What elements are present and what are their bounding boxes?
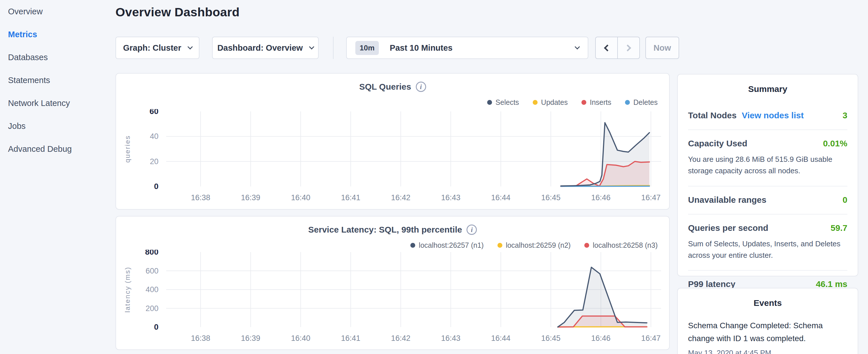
time-step-group xyxy=(595,37,640,59)
sidebar-item-advanced-debug[interactable]: Advanced Debug xyxy=(0,137,115,160)
event-text: Schema Change Completed: Schema change w… xyxy=(688,319,847,345)
legend-dot-icon xyxy=(625,100,630,105)
chart-legend: SelectsUpdatesInsertsDeletes xyxy=(487,98,658,106)
time-range-badge: 10m xyxy=(355,41,379,55)
chart-title: Service Latency: SQL, 99th percentile xyxy=(308,225,462,234)
sidebar-item-statements[interactable]: Statements xyxy=(0,69,115,92)
svg-text:16:40: 16:40 xyxy=(291,193,310,202)
summary-row-label: Queries per second xyxy=(688,223,768,233)
svg-text:0: 0 xyxy=(154,182,158,191)
legend-label: localhost:26258 (n3) xyxy=(593,241,658,250)
summary-row: Capacity Used0.01%You are using 28.6 MiB… xyxy=(688,129,847,186)
svg-text:16:41: 16:41 xyxy=(341,334,361,343)
svg-text:200: 200 xyxy=(146,304,158,313)
time-prev-button[interactable] xyxy=(596,37,617,58)
divider xyxy=(333,37,334,59)
view-nodes-link[interactable]: View nodes list xyxy=(742,110,804,120)
sql-queries-chart-panel: SQL Queriesi SelectsUpdatesInsertsDelete… xyxy=(116,73,670,210)
svg-text:60: 60 xyxy=(150,109,158,116)
sidebar-item-overview[interactable]: Overview xyxy=(0,0,115,23)
svg-text:20: 20 xyxy=(150,157,158,166)
svg-text:16:38: 16:38 xyxy=(191,334,210,343)
time-next-button[interactable] xyxy=(617,37,639,58)
sidebar-item-databases[interactable]: Databases xyxy=(0,46,115,69)
legend-label: Inserts xyxy=(590,98,611,106)
svg-text:800: 800 xyxy=(145,250,158,256)
legend-item[interactable]: localhost:26257 (n1) xyxy=(410,241,484,250)
svg-text:16:47: 16:47 xyxy=(641,334,661,343)
chart-header: SQL Queriesi xyxy=(116,82,669,92)
events-title: Events xyxy=(678,298,858,308)
chevron-right-icon xyxy=(624,44,631,51)
summary-row-label: Total Nodes xyxy=(688,110,737,120)
chevron-left-icon xyxy=(604,44,611,51)
event-item[interactable]: Schema Change Completed: Schema change w… xyxy=(678,308,858,354)
event-timestamp: May 13, 2020 at 4:45 PM xyxy=(688,349,847,354)
legend-item[interactable]: Deletes xyxy=(625,98,658,106)
events-panel: Events Schema Change Completed: Schema c… xyxy=(677,288,858,354)
summary-row-value: 59.7 xyxy=(831,223,847,233)
svg-text:16:42: 16:42 xyxy=(391,193,411,202)
page-title: Overview Dashboard xyxy=(116,5,240,19)
svg-text:16:47: 16:47 xyxy=(641,193,661,202)
legend-dot-icon xyxy=(584,243,589,248)
svg-text:16:43: 16:43 xyxy=(441,193,461,202)
legend-dot-icon xyxy=(497,243,502,248)
summary-row-label: Unavailable ranges xyxy=(688,195,766,205)
app-root: OverviewMetricsDatabasesStatementsNetwor… xyxy=(0,0,868,354)
summary-rows: Total NodesView nodes list3Capacity Used… xyxy=(678,94,858,298)
svg-text:16:41: 16:41 xyxy=(341,193,361,202)
svg-text:16:39: 16:39 xyxy=(241,193,260,202)
time-range-dropdown[interactable]: 10m Past 10 Minutes xyxy=(346,37,588,59)
svg-text:16:40: 16:40 xyxy=(291,334,310,343)
sidebar-item-jobs[interactable]: Jobs xyxy=(0,115,115,137)
legend-item[interactable]: localhost:26259 (n2) xyxy=(497,241,571,250)
info-icon[interactable]: i xyxy=(416,82,426,92)
summary-panel: Summary Total NodesView nodes list3Capac… xyxy=(677,74,858,277)
svg-text:16:39: 16:39 xyxy=(241,334,260,343)
summary-row-label: Capacity Used xyxy=(688,139,747,148)
legend-item[interactable]: Updates xyxy=(533,98,568,106)
summary-title: Summary xyxy=(678,84,858,94)
summary-row-value: 0.01% xyxy=(823,139,847,148)
sidebar-item-metrics[interactable]: Metrics xyxy=(0,23,115,46)
dashboard-dropdown[interactable]: Dashboard: Overview xyxy=(212,37,319,59)
chevron-down-icon xyxy=(187,44,192,49)
legend-item[interactable]: Inserts xyxy=(582,98,611,106)
chart-title: SQL Queries xyxy=(359,82,411,91)
svg-text:latency (ms): latency (ms) xyxy=(124,267,131,313)
svg-text:16:44: 16:44 xyxy=(491,334,510,343)
svg-text:16:42: 16:42 xyxy=(391,334,411,343)
legend-label: localhost:26257 (n1) xyxy=(419,241,484,250)
svg-text:queries: queries xyxy=(124,135,131,163)
now-button[interactable]: Now xyxy=(645,37,679,59)
svg-text:16:43: 16:43 xyxy=(441,334,461,343)
legend-label: Selects xyxy=(495,98,519,106)
svg-text:40: 40 xyxy=(150,132,158,141)
summary-row: Unavailable ranges0 xyxy=(688,186,847,214)
legend-dot-icon xyxy=(582,100,586,105)
legend-label: localhost:26259 (n2) xyxy=(506,241,571,250)
svg-text:16:44: 16:44 xyxy=(491,193,510,202)
time-range-label: Past 10 Minutes xyxy=(390,43,576,53)
svg-text:16:45: 16:45 xyxy=(541,193,560,202)
chart-header: Service Latency: SQL, 99th percentilei xyxy=(116,225,669,235)
sidebar: OverviewMetricsDatabasesStatementsNetwor… xyxy=(0,0,115,354)
legend-dot-icon xyxy=(533,100,537,105)
sidebar-item-network-latency[interactable]: Network Latency xyxy=(0,92,115,115)
service-latency-chart: 16:3816:3916:4016:4116:4216:4316:4416:45… xyxy=(121,250,666,347)
svg-text:400: 400 xyxy=(146,285,158,294)
info-icon[interactable]: i xyxy=(467,225,477,235)
chevron-down-icon xyxy=(575,44,580,49)
legend-dot-icon xyxy=(487,100,492,105)
chevron-down-icon xyxy=(309,44,314,49)
svg-text:16:45: 16:45 xyxy=(541,334,560,343)
legend-item[interactable]: localhost:26258 (n3) xyxy=(584,241,658,250)
legend-item[interactable]: Selects xyxy=(487,98,519,106)
legend-dot-icon xyxy=(410,243,415,248)
svg-text:16:46: 16:46 xyxy=(591,193,611,202)
graph-dropdown[interactable]: Graph: Cluster xyxy=(116,37,199,59)
chart-legend: localhost:26257 (n1)localhost:26259 (n2)… xyxy=(410,241,658,250)
summary-row-value: 3 xyxy=(842,110,847,120)
controls-bar: Graph: Cluster Dashboard: Overview 10m P… xyxy=(116,37,683,59)
